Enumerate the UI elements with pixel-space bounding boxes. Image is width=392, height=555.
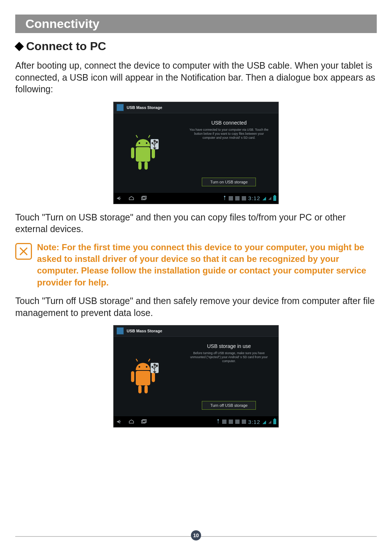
screenshot2-body: Before turning off USB storage, make sur… <box>189 351 269 363</box>
status-icon <box>229 420 233 424</box>
svg-line-23 <box>136 359 138 361</box>
back-icon[interactable] <box>116 419 122 424</box>
battery-icon <box>273 196 276 201</box>
svg-line-24 <box>148 359 150 361</box>
status-icon <box>242 196 246 200</box>
screenshot1-title: USB Mass Storage <box>127 105 162 110</box>
svg-point-21 <box>138 366 140 368</box>
android-usb-icon <box>127 355 167 398</box>
svg-rect-25 <box>136 371 150 385</box>
svg-rect-18 <box>143 196 146 199</box>
status-icon <box>242 420 246 424</box>
note-icon <box>15 243 32 260</box>
svg-point-13 <box>152 142 153 144</box>
section-title-text: Connectivity <box>25 17 99 31</box>
status-icons: 3:12 ◢ ◢ <box>216 419 276 425</box>
app-icon <box>117 327 124 335</box>
screenshot2-titlebar: USB Mass Storage <box>114 325 278 337</box>
subheading: Connect to PC <box>15 40 377 53</box>
recent-apps-icon[interactable] <box>140 196 147 201</box>
subheading-text: Connect to PC <box>26 40 106 53</box>
svg-rect-8 <box>144 162 148 170</box>
status-icon <box>229 196 233 200</box>
status-icon <box>235 420 240 424</box>
note-text: Note: For the first time you connect thi… <box>37 242 377 289</box>
svg-line-2 <box>136 135 138 138</box>
svg-rect-38 <box>142 420 145 423</box>
screenshot2-heading: USB storage in use <box>207 343 251 349</box>
screenshot2-navbar: 3:12 ◢ ◢ <box>114 416 278 427</box>
paragraph-3: Touch "Turn off USB storage" and then sa… <box>15 295 377 319</box>
svg-point-11 <box>154 140 155 142</box>
svg-rect-29 <box>144 385 148 393</box>
paragraph-2: Touch "Turn on USB storage" and then you… <box>15 211 377 235</box>
svg-point-41 <box>217 420 219 421</box>
svg-line-3 <box>148 135 150 138</box>
svg-rect-36 <box>156 365 158 366</box>
usb-status-icon <box>216 419 220 424</box>
note-callout: Note: For the first time you connect thi… <box>15 242 377 289</box>
android-robot-area <box>114 337 180 416</box>
battery-icon <box>273 419 276 424</box>
clock: 3:12 <box>248 419 260 425</box>
section-title-bar: Connectivity <box>15 15 377 33</box>
svg-point-34 <box>152 366 153 368</box>
svg-rect-7 <box>138 162 142 170</box>
svg-point-22 <box>146 366 147 368</box>
svg-point-1 <box>146 142 147 144</box>
svg-rect-5 <box>131 147 134 158</box>
svg-point-20 <box>224 196 225 197</box>
turn-off-usb-storage-button[interactable]: Turn off USB storage <box>202 401 256 410</box>
svg-rect-26 <box>131 371 134 382</box>
wifi-icon: ◢ <box>262 195 266 201</box>
diamond-bullet-icon <box>15 42 24 51</box>
svg-rect-15 <box>156 141 158 143</box>
signal-icon: ◢ <box>268 196 271 200</box>
paragraph-1: After booting up, connect the device to … <box>15 60 377 95</box>
screenshot1-titlebar: USB Mass Storage <box>114 102 278 113</box>
wifi-icon: ◢ <box>262 419 266 425</box>
home-icon[interactable] <box>128 196 135 201</box>
signal-icon: ◢ <box>268 420 271 424</box>
svg-rect-39 <box>143 420 146 422</box>
screenshot1-body: You have connected to your computer via … <box>189 128 269 140</box>
back-icon[interactable] <box>116 196 122 201</box>
status-icon <box>235 196 240 200</box>
screenshot1-heading: USB connected <box>211 120 246 126</box>
clock: 3:12 <box>248 195 260 201</box>
turn-on-usb-storage-button[interactable]: Turn on USB storage <box>202 178 256 186</box>
svg-point-0 <box>138 142 140 144</box>
android-robot-area <box>114 113 180 193</box>
status-icons: 3:12 ◢ ◢ <box>223 195 276 201</box>
svg-rect-4 <box>136 147 150 162</box>
screenshot2-title: USB Mass Storage <box>127 329 162 333</box>
page-number: 10 <box>191 530 201 540</box>
svg-rect-28 <box>138 385 142 393</box>
usb-in-use-screenshot: USB Mass Storage <box>113 325 279 428</box>
usb-connected-screenshot: USB Mass Storage <box>113 102 279 204</box>
android-usb-icon <box>127 131 167 175</box>
app-icon <box>117 104 124 111</box>
svg-rect-17 <box>142 197 145 200</box>
usb-status-icon <box>223 196 226 201</box>
home-icon[interactable] <box>128 419 135 424</box>
svg-point-32 <box>154 364 155 365</box>
status-icon <box>222 420 226 424</box>
screenshot1-navbar: 3:12 ◢ ◢ <box>114 193 278 204</box>
recent-apps-icon[interactable] <box>140 419 147 424</box>
